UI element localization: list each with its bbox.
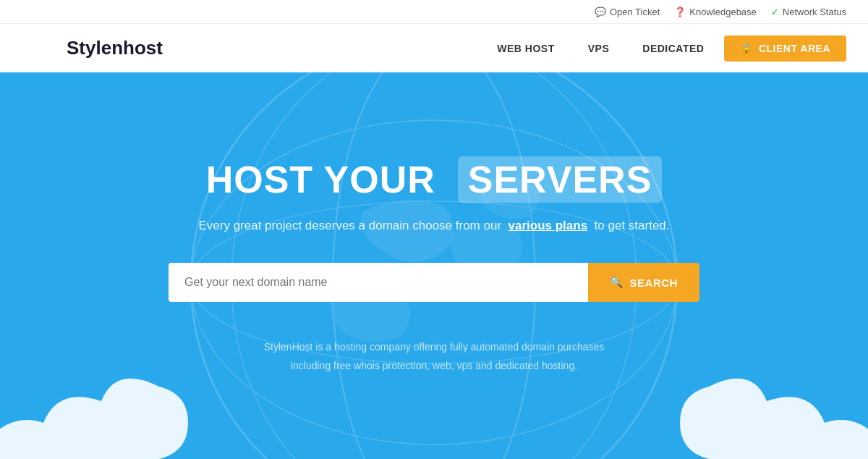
- hero-desc-line1: StylenHost is a hosting company offering…: [264, 341, 605, 353]
- question-icon: ❓: [674, 7, 686, 17]
- client-area-label: CLIENT AREA: [759, 43, 830, 54]
- hero-desc-line2: including free whois protection, web, vp…: [291, 360, 577, 371]
- logo-text: Stylenhost: [67, 37, 163, 59]
- logo[interactable]: Stylenhost: [22, 34, 163, 63]
- nav-dedicated[interactable]: DEDICATED: [629, 37, 717, 60]
- lock-icon: 🔒: [740, 43, 753, 54]
- hero-subtitle: Every great project deserves a domain ch…: [0, 216, 868, 235]
- ticket-icon: 💬: [595, 7, 606, 17]
- logo-cloud-icon: [22, 34, 59, 63]
- hero-subtitle-end: to get started.: [595, 219, 670, 232]
- network-status-link[interactable]: ✓ Network Status: [771, 7, 846, 17]
- domain-search-input[interactable]: [169, 263, 588, 302]
- open-ticket-link[interactable]: 💬 Open Ticket: [595, 7, 660, 17]
- search-bar: 🔍 SEARCH: [0, 263, 868, 302]
- knowledgebase-label: Knowledgebase: [689, 7, 757, 17]
- hero-description: StylenHost is a hosting company offering…: [0, 338, 868, 374]
- nav-vps[interactable]: VPS: [575, 37, 623, 60]
- search-icon: 🔍: [610, 276, 624, 289]
- open-ticket-label: Open Ticket: [610, 7, 660, 17]
- hero-title-highlight: SERVERS: [458, 156, 663, 203]
- navbar: Stylenhost WEB HOST VPS DEDICATED 🔒 CLIE…: [0, 23, 868, 72]
- hero-content: HOST YOUR SERVERS Every great project de…: [0, 156, 868, 375]
- top-bar: 💬 Open Ticket ❓ Knowledgebase ✓ Network …: [0, 0, 868, 23]
- hero-section: HOST YOUR SERVERS Every great project de…: [0, 72, 868, 459]
- network-status-label: Network Status: [783, 7, 846, 17]
- hero-title-part1: HOST YOUR: [206, 159, 435, 201]
- check-icon: ✓: [771, 7, 779, 17]
- nav-links: WEB HOST VPS DEDICATED 🔒 CLIENT AREA: [484, 35, 846, 62]
- hero-title: HOST YOUR SERVERS: [0, 156, 868, 203]
- search-button[interactable]: 🔍 SEARCH: [588, 263, 699, 302]
- client-area-button[interactable]: 🔒 CLIENT AREA: [724, 35, 846, 62]
- various-plans-link[interactable]: various plans: [509, 219, 588, 232]
- hero-subtitle-main: Every great project deserves a domain ch…: [198, 219, 501, 232]
- search-button-label: SEARCH: [630, 277, 678, 289]
- nav-web-host[interactable]: WEB HOST: [484, 37, 567, 60]
- knowledgebase-link[interactable]: ❓ Knowledgebase: [674, 7, 757, 17]
